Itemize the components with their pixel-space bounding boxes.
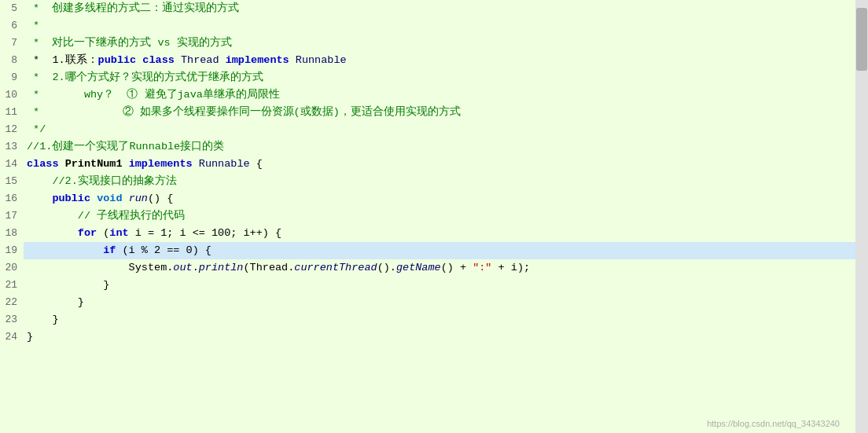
line-content: * 2.哪个方式好？实现的方式优于继承的方式 (24, 69, 855, 86)
code-line: 13//1.创建一个实现了Runnable接口的类 (0, 138, 855, 156)
line-number: 24 (0, 328, 24, 346)
code-line: 23 } (0, 311, 855, 328)
line-content: * 对比一下继承的方式 vs 实现的方式 (24, 35, 855, 52)
line-content: * 1.联系：public class Thread implements Ru… (24, 52, 855, 69)
code-line: 11 * ② 如果多个线程要操作同一份资源(或数据)，更适合使用实现的方式 (0, 104, 855, 121)
code-container: 5 * 创建多线程的方式二：通过实现的方式6 *7 * 对比一下继承的方式 vs… (0, 0, 868, 433)
code-line: 6 * (0, 17, 855, 35)
line-content: if (i % 2 == 0) { (24, 242, 855, 259)
line-content: for (int i = 1; i <= 100; i++) { (24, 225, 855, 242)
code-line: 20 System.out.println(Thread.currentThre… (0, 259, 855, 277)
line-number: 18 (0, 225, 24, 242)
line-number: 9 (0, 69, 24, 86)
watermark: https://blog.csdn.net/qq_34343240 (707, 419, 840, 428)
line-content: } (24, 294, 855, 311)
scrollbar-thumb[interactable] (856, 8, 867, 71)
line-number: 12 (0, 121, 24, 138)
line-number: 11 (0, 104, 24, 121)
line-number: 22 (0, 294, 24, 311)
line-content: } (24, 277, 855, 294)
line-number: 6 (0, 17, 24, 35)
line-content: class PrintNum1 implements Runnable { (24, 156, 855, 173)
line-number: 16 (0, 190, 24, 207)
code-line: 12 */ (0, 121, 855, 138)
line-content: } (24, 311, 855, 328)
line-number: 19 (0, 242, 24, 259)
line-number: 7 (0, 35, 24, 52)
line-content: //2.实现接口的抽象方法 (24, 173, 855, 190)
code-line: 7 * 对比一下继承的方式 vs 实现的方式 (0, 35, 855, 52)
code-line: 19 if (i % 2 == 0) { (0, 242, 855, 259)
line-number: 10 (0, 86, 24, 104)
code-line: 24} (0, 328, 855, 346)
line-content: System.out.println(Thread.currentThread(… (24, 259, 855, 277)
line-number: 5 (0, 0, 24, 17)
line-number: 17 (0, 207, 24, 225)
code-line: 15 //2.实现接口的抽象方法 (0, 173, 855, 190)
code-line: 18 for (int i = 1; i <= 100; i++) { (0, 225, 855, 242)
line-number: 15 (0, 173, 24, 190)
line-content: * ② 如果多个线程要操作同一份资源(或数据)，更适合使用实现的方式 (24, 104, 855, 121)
code-line: 21 } (0, 277, 855, 294)
code-line: 17 // 子线程执行的代码 (0, 207, 855, 225)
line-number: 23 (0, 311, 24, 328)
code-line: 22 } (0, 294, 855, 311)
line-content: } (24, 328, 855, 346)
code-line: 9 * 2.哪个方式好？实现的方式优于继承的方式 (0, 69, 855, 86)
line-content: * why？ ① 避免了java单继承的局限性 (24, 86, 855, 104)
line-content: public void run() { (24, 190, 855, 207)
line-content: * 创建多线程的方式二：通过实现的方式 (24, 0, 855, 17)
line-content: */ (24, 121, 855, 138)
code-area[interactable]: 5 * 创建多线程的方式二：通过实现的方式6 *7 * 对比一下继承的方式 vs… (0, 0, 855, 433)
line-number: 20 (0, 259, 24, 277)
line-content: // 子线程执行的代码 (24, 207, 855, 225)
line-number: 13 (0, 138, 24, 156)
code-line: 8 * 1.联系：public class Thread implements … (0, 52, 855, 69)
line-number: 14 (0, 156, 24, 173)
line-number: 8 (0, 52, 24, 69)
code-line: 5 * 创建多线程的方式二：通过实现的方式 (0, 0, 855, 17)
scrollbar[interactable] (855, 0, 868, 433)
code-line: 14class PrintNum1 implements Runnable { (0, 156, 855, 173)
code-line: 16 public void run() { (0, 190, 855, 207)
line-content: //1.创建一个实现了Runnable接口的类 (24, 138, 855, 156)
line-content: * (24, 17, 855, 35)
code-line: 10 * why？ ① 避免了java单继承的局限性 (0, 86, 855, 104)
line-number: 21 (0, 277, 24, 294)
